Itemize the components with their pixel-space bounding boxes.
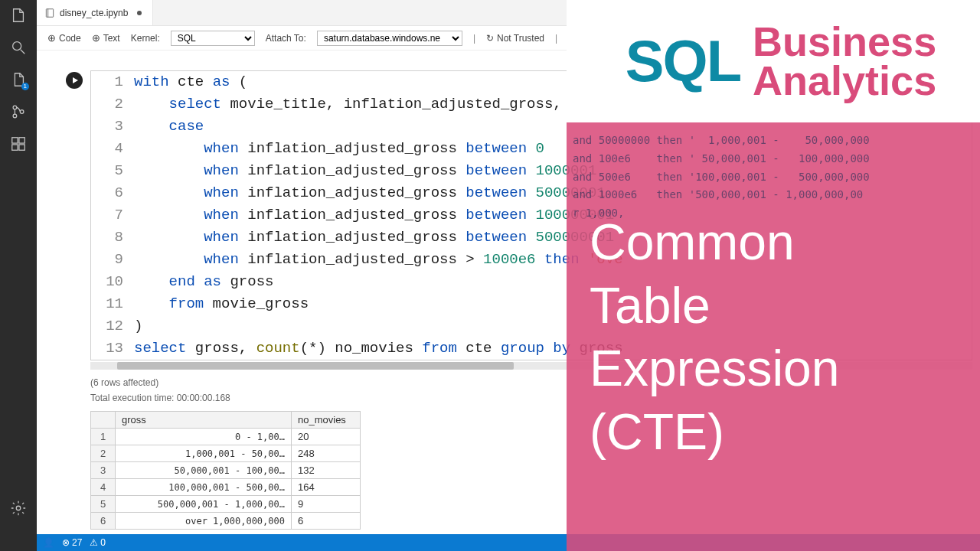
line-content[interactable]: when inflation_adjusted_gross between 10…: [134, 204, 972, 227]
line-content[interactable]: end as gross: [134, 271, 972, 293]
code-line[interactable]: 7 when inflation_adjusted_gross between …: [91, 204, 972, 227]
cell-no-movies: 20: [292, 429, 361, 445]
line-number: 12: [91, 315, 134, 337]
svg-point-3: [20, 110, 24, 114]
code-editor[interactable]: 1with cte as (2 select movie_title, infl…: [90, 70, 972, 360]
code-line[interactable]: 13select gross, count(*) no_movies from …: [91, 337, 972, 360]
status-bar: 👤 ⊗ 27 ⚠ 0: [37, 534, 980, 551]
line-number: 3: [91, 116, 134, 138]
cell-no-movies: 9: [292, 496, 361, 513]
code-line[interactable]: 11 from movie_gross: [91, 293, 972, 315]
add-code-button[interactable]: ⊕Code: [47, 32, 81, 44]
code-line[interactable]: 4 when inflation_adjusted_gross between …: [91, 138, 972, 160]
table-row[interactable]: 6over 1,000,000,0006: [91, 513, 361, 530]
code-line[interactable]: 5 when inflation_adjusted_gross between …: [91, 160, 972, 182]
cell-output: (6 rows affected) Total execution time: …: [37, 370, 980, 530]
code-line[interactable]: 12): [91, 315, 972, 337]
notebook-toolbar: ⊕Code ⊕Text Kernel: SQL Attach To: satur…: [37, 26, 980, 51]
svg-rect-5: [19, 138, 24, 143]
svg-rect-6: [12, 145, 18, 150]
table-row[interactable]: 2 1,000,001 - 50,00…248: [91, 445, 361, 462]
cell-no-movies: 164: [292, 479, 361, 496]
line-number: 1: [91, 71, 134, 93]
connections-icon[interactable]: 1: [9, 70, 28, 89]
add-text-button[interactable]: ⊕Text: [92, 32, 120, 44]
cell-gross: 1,000,001 - 50,00…: [116, 445, 292, 462]
line-content[interactable]: select movie_title, inflation_adjusted_g…: [134, 93, 972, 116]
line-content[interactable]: when inflation_adjusted_gross between 10…: [134, 160, 972, 182]
line-number: 10: [91, 271, 134, 293]
horizontal-scrollbar[interactable]: [90, 362, 972, 370]
line-content[interactable]: ): [134, 315, 972, 337]
attach-label: Attach To:: [266, 33, 306, 44]
cell-gross: 50,000,001 - 100,00…: [116, 462, 292, 479]
code-line[interactable]: 6 when inflation_adjusted_gross between …: [91, 182, 972, 204]
attach-select[interactable]: saturn.database.windows.ne: [317, 31, 462, 46]
code-cell: 1with cte as (2 select movie_title, infl…: [37, 51, 980, 370]
status-errors[interactable]: ⊗ 27: [62, 537, 82, 548]
status-warnings[interactable]: ⚠ 0: [90, 537, 106, 548]
line-content[interactable]: when inflation_adjusted_gross between 50…: [134, 227, 972, 249]
cell-gross: 500,000,001 - 1,000,00…: [116, 496, 292, 513]
line-number: 8: [91, 227, 134, 249]
line-content[interactable]: select gross, count(*) no_movies from ct…: [134, 337, 972, 360]
row-index: 3: [91, 462, 116, 479]
exec-time-text: Total execution time: 00:00:00.168: [90, 393, 972, 403]
line-number: 5: [91, 160, 134, 182]
cell-gross: over 1,000,000,000: [116, 513, 292, 530]
line-content[interactable]: case: [134, 116, 972, 138]
tab-bar: disney_cte.ipynb: [37, 0, 980, 26]
kernel-select[interactable]: SQL: [171, 31, 255, 46]
explorer-icon[interactable]: [9, 6, 28, 24]
line-number: 7: [91, 204, 134, 227]
dirty-indicator-icon: [137, 11, 142, 15]
col-no-movies-header: no_movies: [292, 412, 361, 429]
line-content[interactable]: from movie_gross: [134, 293, 972, 315]
source-control-icon[interactable]: [9, 103, 28, 121]
line-content[interactable]: when inflation_adjusted_gross between 0: [134, 138, 972, 160]
table-row[interactable]: 4100,000,001 - 500,00…164: [91, 479, 361, 496]
rows-affected-text: (6 rows affected): [90, 377, 972, 388]
table-row[interactable]: 5500,000,001 - 1,000,00…9: [91, 496, 361, 513]
activity-bar: 1: [0, 0, 37, 551]
svg-point-1: [13, 106, 17, 109]
svg-point-8: [16, 506, 21, 510]
row-index: 5: [91, 496, 116, 513]
code-line[interactable]: 2 select movie_title, inflation_adjusted…: [91, 93, 972, 116]
code-line[interactable]: 8 when inflation_adjusted_gross between …: [91, 227, 972, 249]
trusted-button[interactable]: ↻ Not Trusted: [486, 33, 544, 44]
row-index: 4: [91, 479, 116, 496]
extensions-icon[interactable]: [9, 135, 28, 153]
col-gross-header: gross: [116, 412, 292, 429]
line-number: 2: [91, 93, 134, 116]
line-number: 6: [91, 182, 134, 204]
row-index: 1: [91, 429, 116, 445]
row-index-header: [91, 412, 116, 429]
row-index: 6: [91, 513, 116, 530]
cell-gross: 0 - 1,00…: [116, 429, 292, 445]
run-all-button[interactable]: ⊳ Run: [568, 33, 596, 44]
svg-point-0: [13, 42, 21, 51]
line-content[interactable]: when inflation_adjusted_gross > 1000e6 t…: [134, 249, 972, 271]
search-icon[interactable]: [9, 38, 28, 57]
cell-no-movies: 132: [292, 462, 361, 479]
settings-gear-icon[interactable]: [9, 499, 28, 517]
line-number: 9: [91, 249, 134, 271]
run-cell-button[interactable]: [66, 72, 83, 89]
kernel-label: Kernel:: [131, 33, 160, 44]
table-row[interactable]: 3 50,000,001 - 100,00…132: [91, 462, 361, 479]
row-index: 2: [91, 445, 116, 462]
line-number: 4: [91, 138, 134, 160]
line-content[interactable]: when inflation_adjusted_gross between 50…: [134, 182, 972, 204]
status-account-icon[interactable]: 👤: [43, 537, 54, 548]
cell-no-movies: 6: [292, 513, 361, 530]
line-number: 11: [91, 293, 134, 315]
code-line[interactable]: 3 case: [91, 116, 972, 138]
line-content[interactable]: with cte as (: [134, 71, 972, 93]
line-number: 13: [91, 337, 134, 360]
code-line[interactable]: 10 end as gross: [91, 271, 972, 293]
code-line[interactable]: 9 when inflation_adjusted_gross > 1000e6…: [91, 249, 972, 271]
tab-notebook[interactable]: disney_cte.ipynb: [37, 0, 153, 25]
table-row[interactable]: 1 0 - 1,00…20: [91, 429, 361, 445]
code-line[interactable]: 1with cte as (: [91, 71, 972, 93]
